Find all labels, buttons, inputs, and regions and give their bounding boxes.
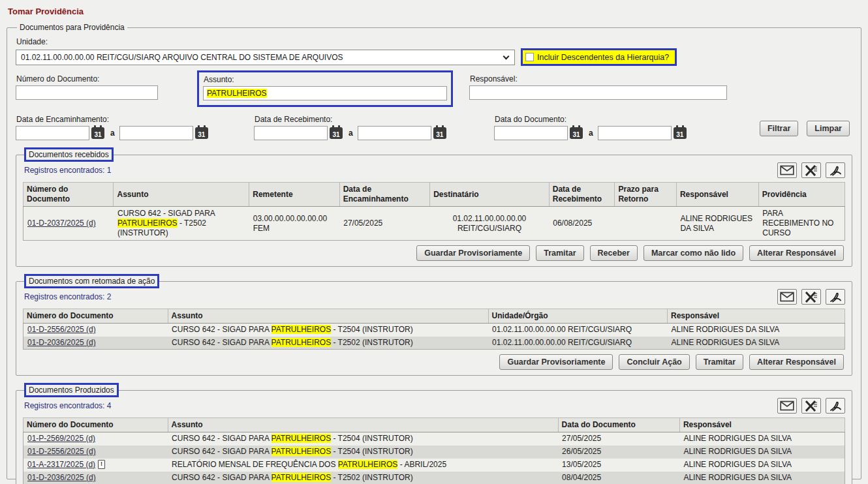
documentos-para-providencia-panel: Documentos para Providência Unidade: 01.… — [7, 23, 861, 479]
pdf-export-icon[interactable] — [826, 398, 845, 414]
documentos-recebidos-legend: Documentos recebidos — [24, 147, 114, 162]
guardar-provisoriamente-button[interactable]: Guardar Provisoriamente — [416, 245, 530, 261]
documento-link[interactable]: 01-D-2037/2025 (d) — [27, 219, 96, 228]
assunto-cell: CURSO 642 - SIGAD PARA PATRULHEIROS - T2… — [168, 472, 558, 484]
assunto-input[interactable]: PATRULHEIROS — [203, 86, 447, 100]
numero-documento-label: Número do Documento: — [16, 74, 179, 83]
range-separator: a — [589, 129, 593, 138]
tramitar-button[interactable]: Tramitar — [536, 245, 583, 261]
column-header: Assunto — [168, 309, 488, 324]
numero-documento-input[interactable] — [16, 85, 158, 100]
documento-link[interactable]: 01-D-2556/2025 (d) — [27, 325, 96, 334]
numero-documento-cell: 01-D-2556/2025 (d) — [23, 324, 168, 337]
remetente-cell: 03.00.00.00.00.00.00 FEM — [249, 207, 339, 241]
registros-count: 2 — [107, 292, 112, 301]
responsavel-cell: ALINE RODRIGUES DA SILVA — [679, 432, 845, 446]
guardar-provisoriamente-button[interactable]: Guardar Provisoriamente — [499, 354, 613, 370]
registros-count: 1 — [107, 166, 112, 175]
filtrar-button[interactable]: Filtrar — [760, 121, 798, 136]
calendar-icon[interactable]: 31 — [674, 127, 687, 139]
calendar-icon[interactable]: 31 — [195, 127, 208, 139]
marcar-como-nao-lido-button[interactable]: Marcar como não lido — [643, 245, 743, 261]
assunto-highlight: PATRULHEIROS — [271, 325, 332, 334]
calendar-icon[interactable]: 31 — [91, 127, 104, 139]
email-export-icon[interactable] — [777, 398, 797, 414]
excel-export-icon[interactable] — [801, 162, 821, 178]
assunto-text: - T2504 (INSTRUTOR) — [331, 325, 413, 334]
unidade-select[interactable]: 01.02.11.00.00.00.00 REIT/CGU/SIARQ ARQU… — [16, 50, 515, 65]
assunto-text: - T2502 (INSTRUTOR) — [331, 473, 413, 482]
registros-label: Registros encontrados: — [24, 166, 104, 175]
email-export-icon[interactable] — [777, 289, 797, 305]
calendar-glyph: 31 — [198, 130, 205, 139]
documentos-recebidos-table: Número do Documento Assunto Remetente Da… — [23, 182, 845, 241]
column-header: Número do Documento — [23, 418, 168, 432]
unidade-selected-value: 01.02.11.00.00.00.00 REIT/CGU/SIARQ ARQU… — [21, 53, 343, 62]
destinatario-cell: 01.02.11.00.00.00.00 REIT/CGU/SIARQ — [430, 207, 550, 241]
data-recebimento-de-input[interactable] — [254, 126, 328, 140]
responsavel-cell: ALINE RODRIGUES DA SILVA — [668, 337, 845, 350]
documento-link[interactable]: 01-P-2569/2025 (d) — [27, 434, 95, 443]
documentos-recebidos-section: Documentos recebidos Registros encontrad… — [16, 147, 852, 267]
concluir-acao-button[interactable]: Concluir Ação — [619, 354, 689, 370]
alterar-responsavel-button[interactable]: Alterar Responsável — [749, 245, 844, 261]
data-documento-ate-input[interactable] — [598, 126, 672, 140]
documento-link[interactable]: 01-D-2036/2025 (d) — [27, 338, 96, 347]
tomar-providencia-page: Tomar Providência Documentos para Provid… — [0, 0, 868, 484]
responsavel-cell: ALINE RODRIGUES DA SILVA — [668, 324, 845, 337]
note-icon: ! — [98, 460, 105, 469]
range-separator: a — [349, 129, 353, 138]
email-export-icon[interactable] — [777, 162, 797, 178]
documento-link[interactable]: 01-A-2317/2025 (d) — [27, 460, 95, 469]
pdf-export-icon[interactable] — [826, 289, 845, 305]
data-encaminhamento-de-input[interactable] — [16, 126, 89, 140]
numero-documento-cell: 01-D-2036/2025 (d) — [23, 337, 168, 350]
calendar-glyph: 31 — [436, 130, 443, 139]
tramitar-button[interactable]: Tramitar — [696, 354, 743, 370]
responsavel-input[interactable] — [469, 85, 727, 100]
responsavel-label: Responsável: — [470, 74, 730, 83]
assunto-cell: CURSO 642 - SIGAD PARA PATRULHEIROS - T2… — [168, 446, 558, 459]
assunto-text: - ABRIL/2025 — [397, 460, 446, 469]
excel-export-icon[interactable] — [801, 398, 821, 414]
assunto-text: CURSO 642 - SIGAD PARA — [172, 447, 271, 456]
data-documento-cell: 27/05/2025 — [558, 432, 679, 446]
registros-encontrados: Registros encontrados: 4 — [24, 401, 111, 410]
excel-export-icon[interactable] — [801, 289, 821, 305]
column-header: Prazo para Retorno — [615, 183, 676, 207]
calendar-icon[interactable]: 31 — [330, 127, 343, 139]
assunto-cell: CURSO 642 - SIGAD PARA PATRULHEIROS - T2… — [168, 337, 488, 350]
assunto-highlight: PATRULHEIROS — [271, 338, 332, 347]
documentos-produzidos-section: Documentos Produzidos Registros encontra… — [16, 383, 852, 484]
alterar-responsavel-button[interactable]: Alterar Responsável — [749, 354, 844, 370]
panel-legend: Documentos para Providência — [17, 23, 127, 32]
calendar-icon[interactable]: 31 — [570, 127, 583, 139]
assunto-text: CURSO 642 - SIGAD PARA — [172, 434, 271, 443]
documento-link[interactable]: 01-D-2556/2025 (d) — [27, 447, 96, 456]
column-header: Data do Documento — [558, 418, 679, 432]
table-row: 01-D-2036/2025 (d) CURSO 642 - SIGAD PAR… — [23, 472, 845, 484]
receber-button[interactable]: Receber — [590, 245, 638, 261]
assunto-text: CURSO 642 - SIGAD PARA — [117, 209, 215, 218]
data-documento-de-input[interactable] — [494, 126, 568, 140]
assunto-text: - T2504 (INSTRUTOR) — [331, 447, 413, 456]
assunto-text: CURSO 642 - SIGAD PARA — [172, 338, 271, 347]
column-header: Unidade/Órgão — [488, 309, 667, 324]
column-header: Data de Encaminhamento — [339, 183, 429, 207]
pdf-export-icon[interactable] — [826, 162, 845, 178]
limpar-button[interactable]: Limpar — [807, 121, 850, 136]
table-row: 01-D-2556/2025 (d) CURSO 642 - SIGAD PAR… — [23, 446, 845, 459]
data-encaminhamento-ate-input[interactable] — [119, 126, 193, 140]
column-header: Remetente — [249, 183, 339, 207]
incluir-descendentes-checkbox[interactable] — [525, 53, 534, 61]
data-recebimento-ate-input[interactable] — [358, 126, 431, 140]
assunto-cell: CURSO 642 - SIGAD PARA PATRULHEIROS - T2… — [168, 432, 558, 446]
registros-encontrados: Registros encontrados: 1 — [24, 166, 111, 175]
assunto-cell: RELATÓRIO MENSAL DE FREQUÊNCIA DOS PATRU… — [168, 459, 558, 472]
table-row: 01-A-2317/2025 (d)! RELATÓRIO MENSAL DE … — [23, 459, 845, 472]
unidade-orgao-cell: 01.02.11.00.00.00.00 REIT/CGU/SIARQ — [488, 324, 667, 337]
calendar-icon[interactable]: 31 — [433, 127, 446, 139]
assunto-group: Assunto: PATRULHEIROS — [197, 70, 453, 107]
documento-link[interactable]: 01-D-2036/2025 (d) — [27, 473, 96, 482]
table-row: 01-P-2569/2025 (d) CURSO 642 - SIGAD PAR… — [23, 432, 845, 446]
